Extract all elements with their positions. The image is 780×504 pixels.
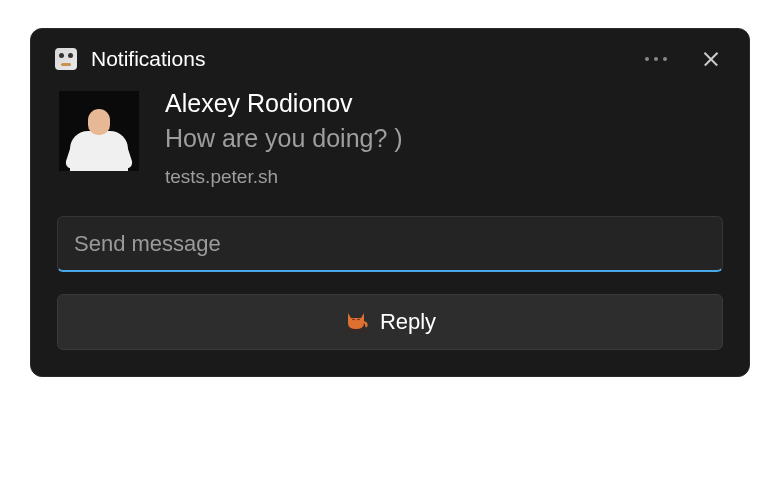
message-input[interactable] <box>57 216 723 272</box>
notification-source: tests.peter.sh <box>165 166 403 188</box>
reply-button-label: Reply <box>380 309 436 335</box>
header-title: Notifications <box>91 47 625 71</box>
input-row <box>31 208 749 272</box>
sender-name: Alexey Rodionov <box>165 87 403 120</box>
content-text: Alexey Rodionov How are you doing? ) tes… <box>165 87 403 188</box>
cat-icon <box>344 311 368 333</box>
close-button[interactable] <box>701 49 721 69</box>
button-row: Reply <box>31 272 749 350</box>
notification-header: Notifications <box>31 29 749 83</box>
sender-avatar <box>59 91 139 171</box>
notification-card: Notifications Alexey Rodionov How are yo… <box>30 28 750 377</box>
app-owl-icon <box>55 48 77 70</box>
notification-content: Alexey Rodionov How are you doing? ) tes… <box>31 83 749 208</box>
more-options-button[interactable] <box>639 51 673 67</box>
header-actions <box>639 49 721 69</box>
reply-button[interactable]: Reply <box>57 294 723 350</box>
message-body: How are you doing? ) <box>165 122 403 155</box>
